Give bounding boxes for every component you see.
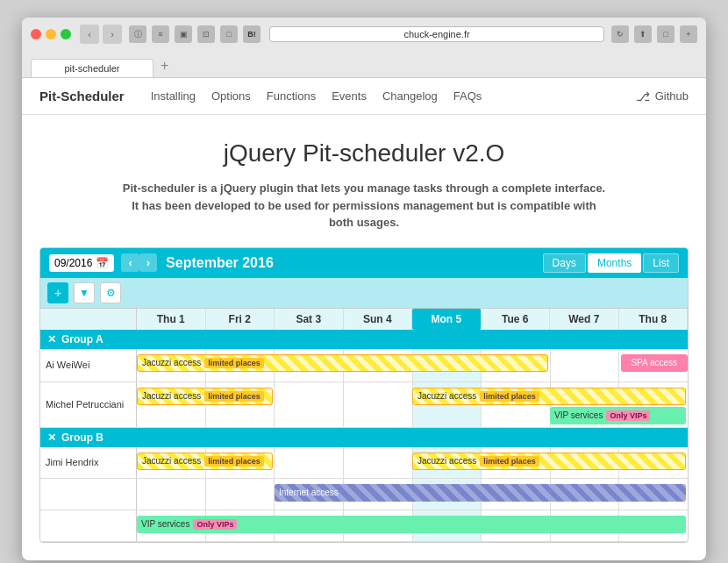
nav-options[interactable]: Options (211, 89, 251, 103)
site-navbar: Pit-Scheduler Installing Options Functio… (22, 78, 706, 115)
person-row-michel: Michel Petrucciani Jacuzzi access limite… (40, 382, 688, 428)
b-icon[interactable]: B! (243, 25, 261, 43)
filter-button[interactable]: ▼ (74, 282, 95, 303)
nav-changelog[interactable]: Changelog (382, 89, 438, 103)
square-icon[interactable]: □ (220, 25, 238, 43)
event-vip-michel[interactable]: VIP services Only VIPs (550, 407, 686, 424)
day-header-thu1: Thu 1 (137, 309, 206, 330)
scheduler-header: 09/2016 📅 ‹ › September 2016 Days Months… (40, 248, 688, 278)
group-b-label: Group B (61, 431, 103, 444)
day-cell[interactable] (275, 447, 344, 478)
event-badge: Only VIPs (193, 519, 237, 530)
group-a-collapse-icon[interactable]: ✕ (47, 333, 56, 346)
person-section-jimi: Jimi Hendrix Jacuzzi access lim (40, 447, 688, 510)
day-cell[interactable] (137, 479, 206, 510)
site-nav-links: Installing Options Functions Events Chan… (151, 89, 636, 103)
person-name-michel: Michel Petrucciani (40, 382, 137, 427)
event-jacuzzi-michel-1[interactable]: Jacuzzi access limited places (137, 388, 273, 405)
person-name-jimi-empty (40, 479, 137, 510)
event-vip-full[interactable]: VIP services Only VIPs (137, 516, 686, 533)
browser-controls: ‹ › ⓘ ≡ ▣ ⊡ □ B! chuck-engine.fr ↻ ⬆ □ + (31, 25, 697, 44)
person-row-jimi-2: Internet access (40, 479, 688, 510)
nav-events[interactable]: Events (332, 89, 367, 103)
nav-faqs[interactable]: FAQs (453, 89, 482, 103)
michel-day-cells: Jacuzzi access limited places Jacuzzi ac… (137, 382, 688, 427)
event-badge: limited places (480, 391, 539, 402)
scheduler-toolbar: + ▼ ⚙ (40, 278, 688, 309)
months-view-button[interactable]: Months (588, 253, 641, 273)
camera-icon[interactable]: ⊡ (197, 25, 215, 43)
event-spa-ai[interactable]: SPA access (621, 354, 689, 372)
address-bar[interactable]: chuck-engine.fr (269, 26, 604, 42)
person-row-ai-weiwei: Ai WeiWei Jacuzzi access limited places (40, 349, 688, 382)
traffic-lights (31, 29, 71, 39)
event-jacuzzi-jimi-2[interactable]: Jacuzzi access limited places (412, 453, 686, 470)
back-button[interactable]: ‹ (80, 25, 99, 44)
browser-titlebar: ‹ › ⓘ ≡ ▣ ⊡ □ B! chuck-engine.fr ↻ ⬆ □ +… (22, 18, 706, 78)
calendar-icon[interactable]: 📅 (96, 257, 109, 269)
info-icon[interactable]: ⓘ (129, 25, 146, 43)
person-row-jimi-1: Jimi Hendrix Jacuzzi access lim (40, 447, 688, 479)
day-header-wed7: Wed 7 (550, 309, 619, 330)
next-month-button[interactable]: › (139, 253, 157, 272)
event-badge: limited places (204, 456, 264, 467)
event-label: VIP services (141, 519, 189, 529)
view-buttons: Days Months List (543, 253, 679, 273)
layers-icon[interactable]: ≡ (152, 25, 169, 43)
add-event-button[interactable]: + (47, 282, 68, 303)
minimize-button[interactable] (46, 29, 56, 39)
scheduler: 09/2016 📅 ‹ › September 2016 Days Months… (39, 247, 689, 543)
event-label: SPA access (631, 358, 677, 367)
event-badge: limited places (204, 358, 264, 368)
site-logo: Pit-Scheduler (39, 89, 125, 103)
event-label: Jacuzzi access (142, 391, 201, 401)
more-icon[interactable]: + (680, 25, 697, 43)
new-tab-button[interactable]: + (153, 54, 175, 77)
event-jacuzzi-ai[interactable]: Jacuzzi access limited places (137, 354, 548, 372)
browser-tab[interactable]: pit-scheduler (31, 59, 153, 77)
event-badge: limited places (480, 456, 539, 467)
nav-functions[interactable]: Functions (267, 89, 316, 103)
jimi-day-cells-1: Jacuzzi access limited places Jacuzzi ac… (137, 447, 688, 478)
day-cell[interactable] (206, 479, 275, 510)
day-headers: Thu 1 Fri 2 Sat 3 Sun 4 Mon 5 Tue 6 Wed … (40, 309, 688, 330)
close-button[interactable] (31, 29, 41, 39)
tab-bar: pit-scheduler + (31, 54, 697, 77)
event-label: Jacuzzi access (142, 358, 201, 367)
days-view-button[interactable]: Days (543, 253, 586, 273)
bookmark-icon[interactable]: □ (657, 25, 674, 43)
group-b-collapse-icon[interactable]: ✕ (47, 431, 56, 444)
event-jacuzzi-michel-2[interactable]: Jacuzzi access limited places (412, 388, 686, 405)
settings-button[interactable]: ⚙ (100, 282, 121, 303)
hero-description: Pit-scheduler is a jQuery plugin that le… (118, 180, 610, 232)
list-view-button[interactable]: List (643, 253, 679, 273)
nav-installing[interactable]: Installing (151, 89, 196, 103)
event-badge: limited places (204, 391, 264, 402)
day-header-fri2: Fri 2 (206, 309, 275, 330)
forward-button[interactable]: › (103, 25, 122, 44)
person-name-jimi: Jimi Hendrix (40, 447, 137, 478)
person-name-vip-empty (40, 510, 137, 541)
nav-github[interactable]: Github (655, 89, 689, 103)
ai-weiwei-day-cells: Jacuzzi access limited places SPA access (137, 349, 688, 381)
maximize-button[interactable] (61, 29, 71, 39)
day-cell[interactable] (344, 382, 413, 427)
refresh-icon[interactable]: ↻ (611, 25, 629, 43)
toolbar-icons: ⓘ ≡ ▣ ⊡ □ B! (129, 25, 261, 43)
browser-window: ‹ › ⓘ ≡ ▣ ⊡ □ B! chuck-engine.fr ↻ ⬆ □ +… (22, 18, 706, 560)
page-title: jQuery Pit-scheduler v2.O (57, 139, 671, 167)
day-cell[interactable] (344, 447, 413, 478)
day-cell[interactable] (275, 382, 344, 427)
screen-icon[interactable]: ▣ (175, 25, 192, 43)
share-icon[interactable]: ⬆ (634, 25, 652, 43)
day-header-thu8: Thu 8 (619, 309, 689, 330)
event-jacuzzi-jimi-1[interactable]: Jacuzzi access limited places (137, 453, 273, 470)
event-label: VIP services (554, 410, 603, 420)
event-internet-jimi[interactable]: Internet access (275, 484, 686, 502)
github-icon: ⎇ (636, 89, 650, 103)
day-cell[interactable] (551, 349, 620, 381)
month-label: September 2016 (166, 255, 534, 271)
prev-month-button[interactable]: ‹ (121, 253, 139, 272)
day-header-tue6: Tue 6 (482, 309, 551, 330)
event-badge: Only VIPs (606, 410, 650, 421)
